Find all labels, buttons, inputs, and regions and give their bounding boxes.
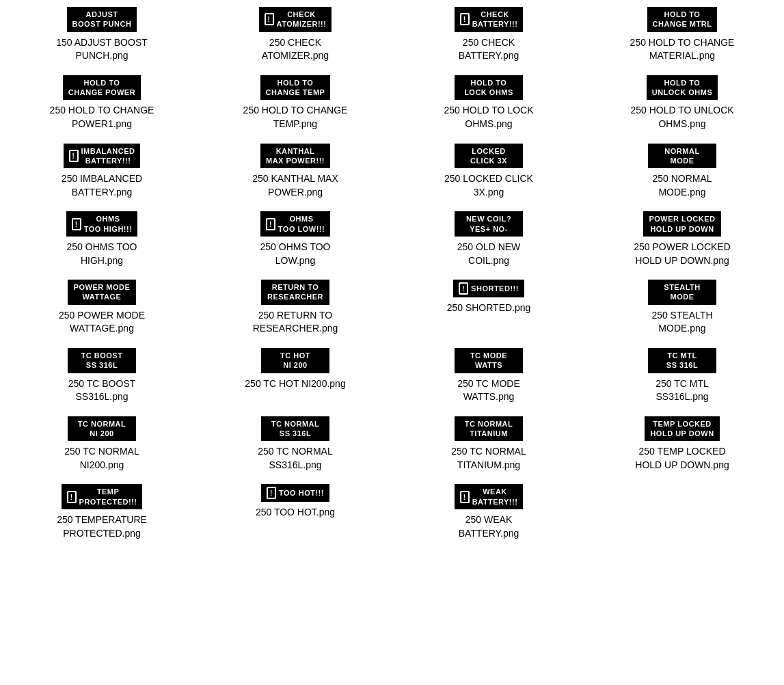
item-label-23: 250 TC MTL SS316L.png: [655, 377, 709, 404]
item-label-16: 250 POWER MODE WATTAGE.png: [59, 309, 145, 336]
item-label-20: 250 TC BOOST SS316L.png: [68, 377, 136, 404]
warning-icon-29: [267, 487, 276, 499]
warning-icon-8: [69, 150, 79, 162]
badge-19: STEALTH MODE: [648, 280, 716, 305]
badge-23: TC MTL SS 316L: [648, 348, 716, 373]
item-label-17: 250 RETURN TO RESEARCHER.png: [253, 309, 338, 336]
badge-14: NEW COIL? YES+ NO-: [455, 211, 523, 237]
warning-icon-13: [266, 218, 275, 230]
grid-item-24: TC NORMAL Ni 200250 TC NORMAL NI200.png: [7, 416, 197, 472]
warning-icon-30: [460, 491, 470, 503]
badge-16: POWER MODE WATTAGE: [68, 280, 136, 305]
badge-17: RETURN TO RESEARCHER: [261, 280, 329, 305]
badge-text-2: CHECK BATTERY!!!: [472, 10, 518, 29]
warning-icon-2: [460, 13, 470, 25]
item-label-30: 250 WEAK BATTERY.png: [459, 513, 519, 540]
badge-text-28: TEMP PROTECTED!!!: [79, 487, 137, 507]
item-label-10: 250 LOCKED CLICK 3X.png: [444, 172, 533, 199]
grid-item-7: HOLD TO UNLOCK OHMS250 HOLD TO UNLOCK OH…: [587, 75, 777, 131]
item-label-3: 250 HOLD TO CHANGE MATERIAL.png: [630, 36, 735, 63]
badge-3: HOLD TO CHANGE MTRL: [647, 7, 718, 32]
item-label-19: 250 STEALTH MODE.png: [651, 309, 712, 336]
badge-10: LOCKED CLICK 3X: [455, 144, 523, 169]
badge-text-8: IMBALANCED BATTERY!!!: [81, 146, 135, 166]
badge-7: HOLD TO UNLOCK OHMS: [647, 75, 718, 100]
grid-item-10: LOCKED CLICK 3X250 LOCKED CLICK 3X.png: [394, 144, 584, 200]
item-label-21: 250 TC HOT NI200.png: [245, 377, 345, 391]
item-label-27: 250 TEMP LOCKED HOLD UP DOWN.png: [635, 445, 729, 472]
grid-item-30: WEAK BATTERY!!!250 WEAK BATTERY.png: [394, 484, 584, 540]
grid-item-19: STEALTH MODE250 STEALTH MODE.png: [587, 280, 777, 336]
item-label-11: 250 NORMAL MODE.png: [652, 172, 712, 199]
grid-item-26: TC NORMAL TITANIUM250 TC NORMAL TITANIUM…: [394, 416, 584, 472]
item-label-6: 250 HOLD TO LOCK OHMS.png: [444, 104, 534, 131]
item-label-9: 250 KANTHAL MAX POWER.png: [252, 172, 338, 199]
badge-21: TC HOT Ni 200: [261, 348, 329, 373]
badge-26: TC NORMAL TITANIUM: [455, 416, 523, 442]
grid-item-5: HOLD TO CHANGE TEMP250 HOLD TO CHANGE TE…: [200, 75, 390, 131]
badge-0: ADJUST BOOST PUNCH: [67, 7, 137, 32]
item-label-1: 250 CHECK ATOMIZER.png: [262, 36, 329, 63]
item-label-26: 250 TC NORMAL TITANIUM.png: [451, 445, 526, 472]
grid-item-27: TEMP LOCKED HOLD UP DOWN250 TEMP LOCKED …: [587, 416, 777, 472]
badge-text-13: OHMS TOO LOW!!!: [278, 214, 325, 234]
item-label-15: 250 POWER LOCKED HOLD UP DOWN.png: [634, 241, 731, 267]
grid-item-8: IMBALANCED BATTERY!!!250 IMBALANCED BATT…: [7, 144, 197, 200]
grid-item-18: SHORTED!!!250 SHORTED.png: [394, 280, 584, 336]
warning-icon-12: [72, 218, 81, 230]
item-label-22: 250 TC MODE WATTS.png: [457, 377, 520, 404]
badge-text-30: WEAK BATTERY!!!: [472, 487, 518, 507]
item-label-8: 250 IMBALANCED BATTERY.png: [62, 172, 142, 199]
badge-text-1: CHECK ATOMIZER!!!: [277, 10, 327, 29]
grid-item-11: NORMAL MODE250 NORMAL MODE.png: [587, 144, 777, 200]
item-label-25: 250 TC NORMAL SS316L.png: [258, 445, 332, 472]
grid-item-6: HOLD TO LOCK OHMS250 HOLD TO LOCK OHMS.p…: [394, 75, 584, 131]
grid-item-2: CHECK BATTERY!!!250 CHECK BATTERY.png: [394, 7, 584, 63]
item-label-7: 250 HOLD TO UNLOCK OHMS.png: [630, 104, 733, 131]
badge-5: HOLD TO CHANGE TEMP: [260, 75, 331, 100]
badge-27: TEMP LOCKED HOLD UP DOWN: [645, 416, 719, 442]
grid-item-14: NEW COIL? YES+ NO-250 OLD NEW COIL.png: [394, 211, 584, 267]
badge-11: NORMAL MODE: [648, 144, 716, 169]
grid-item-29: TOO HOT!!!250 TOO HOT.png: [200, 484, 390, 540]
warning-icon-28: [67, 491, 77, 503]
badge-25: TC NORMAL SS 316L: [261, 416, 329, 442]
grid-item-21: TC HOT Ni 200250 TC HOT NI200.png: [200, 348, 390, 404]
item-label-28: 250 TEMPERATURE PROTECTED.png: [57, 513, 147, 540]
item-label-5: 250 HOLD TO CHANGE TEMP.png: [243, 104, 348, 131]
badge-text-29: TOO HOT!!!: [279, 488, 324, 498]
grid-item-4: HOLD TO CHANGE POWER250 HOLD TO CHANGE P…: [7, 75, 197, 131]
badge-24: TC NORMAL Ni 200: [68, 416, 136, 442]
grid-item-9: KANTHAL MAX POWER!!!250 KANTHAL MAX POWE…: [200, 144, 390, 200]
grid-item-20: TC BOOST SS 316L250 TC BOOST SS316L.png: [7, 348, 197, 404]
grid-item-0: ADJUST BOOST PUNCH150 ADJUST BOOST PUNCH…: [7, 7, 197, 63]
badge-text-12: OHMS TOO HIGH!!!: [84, 214, 133, 234]
item-label-24: 250 TC NORMAL NI200.png: [64, 445, 139, 472]
warning-icon-1: [265, 13, 274, 25]
badge-9: KANTHAL MAX POWER!!!: [260, 144, 330, 169]
badge-text-18: SHORTED!!!: [471, 284, 519, 293]
item-label-4: 250 HOLD TO CHANGE POWER1.png: [50, 104, 154, 131]
item-label-12: 250 OHMS TOO HIGH.png: [67, 241, 137, 267]
grid-item-23: TC MTL SS 316L250 TC MTL SS316L.png: [587, 348, 777, 404]
item-label-2: 250 CHECK BATTERY.png: [459, 36, 519, 63]
grid-item-28: TEMP PROTECTED!!!250 TEMPERATURE PROTECT…: [7, 484, 197, 540]
grid-item-22: TC MODE WATTS250 TC MODE WATTS.png: [394, 348, 584, 404]
grid-item-25: TC NORMAL SS 316L250 TC NORMAL SS316L.pn…: [200, 416, 390, 472]
badge-22: TC MODE WATTS: [455, 348, 523, 373]
warning-icon-18: [459, 282, 468, 295]
grid-item-15: POWER LOCKED HOLD UP DOWN250 POWER LOCKE…: [587, 211, 777, 267]
grid-item-12: OHMS TOO HIGH!!!250 OHMS TOO HIGH.png: [7, 211, 197, 267]
grid-item-1: CHECK ATOMIZER!!!250 CHECK ATOMIZER.png: [200, 7, 390, 63]
badge-20: TC BOOST SS 316L: [68, 348, 136, 373]
grid-item-13: OHMS TOO LOW!!!250 OHMS TOO LOW.png: [200, 211, 390, 267]
item-label-0: 150 ADJUST BOOST PUNCH.png: [56, 36, 148, 63]
badge-4: HOLD TO CHANGE POWER: [63, 75, 141, 100]
badge-6: HOLD TO LOCK OHMS: [455, 75, 523, 100]
item-label-14: 250 OLD NEW COIL.png: [457, 241, 521, 267]
item-label-18: 250 SHORTED.png: [447, 301, 531, 315]
badge-15: POWER LOCKED HOLD UP DOWN: [643, 211, 720, 237]
grid-item-3: HOLD TO CHANGE MTRL250 HOLD TO CHANGE MA…: [587, 7, 777, 63]
main-grid: ADJUST BOOST PUNCH150 ADJUST BOOST PUNCH…: [7, 7, 777, 546]
grid-item-17: RETURN TO RESEARCHER250 RETURN TO RESEAR…: [200, 280, 390, 336]
